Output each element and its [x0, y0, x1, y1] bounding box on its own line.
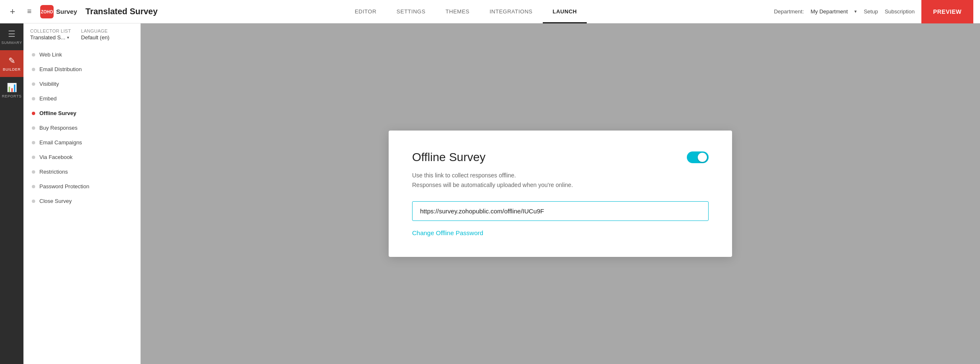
department-arrow-icon: ▾ [854, 9, 857, 14]
reports-icon: 📊 [7, 82, 17, 92]
nav-dot-offline-survey [32, 112, 35, 115]
nav-item-offline-survey[interactable]: Offline Survey [23, 106, 140, 120]
preview-button[interactable]: PREVIEW [921, 0, 973, 23]
nav-dot-restrictions [32, 170, 35, 174]
toggle-knob [698, 153, 707, 162]
department-label: Department: [774, 8, 804, 15]
collector-list-section: Collector List Translated S... ▾ [30, 28, 71, 41]
nav-label-offline-survey: Offline Survey [39, 110, 76, 116]
nav-item-embed[interactable]: Embed [23, 91, 140, 106]
modal-description: Use this link to collect responses offli… [412, 171, 709, 190]
tab-themes[interactable]: THEMES [436, 0, 480, 23]
nav-dot-via-facebook [32, 156, 35, 159]
icon-sidebar: ☰ SUMMARY ✎ BUILDER 📊 REPORTS [0, 23, 23, 364]
nav-list: Web Link Email Distribution Visibility E… [23, 44, 140, 212]
content-area: Offline Survey Use this link to collect … [141, 23, 980, 364]
nav-dot-buy-responses [32, 126, 35, 130]
collector-list-text: Translated S... [30, 34, 65, 41]
modal-description-line1: Use this link to collect responses offli… [412, 171, 709, 180]
summary-icon: ☰ [8, 29, 15, 39]
nav-dot-email-distribution [32, 68, 35, 71]
language-value[interactable]: Default (en) [81, 34, 110, 41]
setup-link[interactable]: Setup [864, 8, 878, 15]
nav-label-buy-responses: Buy Responses [39, 125, 77, 131]
nav-label-email-distribution: Email Distribution [39, 66, 82, 72]
collector-list-label: Collector List [30, 28, 71, 33]
nav-label-web-link: Web Link [39, 51, 62, 58]
sidebar-item-reports[interactable]: 📊 REPORTS [0, 77, 23, 104]
nav-item-email-distribution[interactable]: Email Distribution [23, 62, 140, 77]
nav-label-visibility: Visibility [39, 81, 59, 87]
top-bar-right: Department: My Department ▾ Setup Subscr… [774, 0, 973, 23]
modal-overlay: Offline Survey Use this link to collect … [141, 23, 980, 364]
nav-item-visibility[interactable]: Visibility [23, 77, 140, 91]
tab-settings[interactable]: SETTINGS [387, 0, 436, 23]
tab-launch[interactable]: LAUNCH [543, 0, 587, 23]
nav-dot-visibility [32, 82, 35, 86]
language-text: Default (en) [81, 34, 110, 41]
left-nav-panel: Collector List Translated S... ▾ Languag… [23, 23, 141, 364]
survey-title: Translated Survey [85, 7, 157, 16]
collector-dropdown-icon: ▾ [67, 35, 69, 40]
change-offline-password-link[interactable]: Change Offline Password [412, 229, 483, 236]
nav-label-via-facebook: Via Facebook [39, 154, 72, 160]
nav-item-close-survey[interactable]: Close Survey [23, 194, 140, 208]
nav-item-password-protection[interactable]: Password Protection [23, 179, 140, 194]
logo-text: Survey [56, 8, 77, 15]
summary-label: SUMMARY [1, 41, 22, 45]
offline-survey-modal: Offline Survey Use this link to collect … [389, 131, 732, 257]
builder-label: BUILDER [3, 67, 21, 72]
nav-item-web-link[interactable]: Web Link [23, 47, 140, 62]
nav-item-email-campaigns[interactable]: Email Campaigns [23, 135, 140, 150]
top-bar-left: + ≡ ZOHO Survey Translated Survey [7, 5, 157, 18]
nav-label-close-survey: Close Survey [39, 198, 72, 204]
nav-item-buy-responses[interactable]: Buy Responses [23, 120, 140, 135]
top-nav: EDITOR SETTINGS THEMES INTEGRATIONS LAUN… [157, 0, 774, 23]
modal-title-row: Offline Survey [412, 151, 709, 164]
sidebar-item-summary[interactable]: ☰ SUMMARY [0, 23, 23, 50]
modal-description-line2: Responses will be automatically uploaded… [412, 180, 709, 190]
collector-header: Collector List Translated S... ▾ Languag… [23, 23, 140, 44]
sidebar-item-builder[interactable]: ✎ BUILDER [0, 50, 23, 77]
logo-area: ZOHO Survey [40, 5, 77, 18]
top-bar: + ≡ ZOHO Survey Translated Survey EDITOR… [0, 0, 980, 23]
tab-integrations[interactable]: INTEGRATIONS [480, 0, 543, 23]
nav-label-password-protection: Password Protection [39, 183, 89, 190]
nav-dot-email-campaigns [32, 141, 35, 144]
nav-item-via-facebook[interactable]: Via Facebook [23, 150, 140, 164]
nav-dot-close-survey [32, 200, 35, 203]
nav-label-embed: Embed [39, 95, 57, 102]
department-name[interactable]: My Department [811, 8, 848, 15]
add-button[interactable]: + [7, 6, 18, 18]
reports-label: REPORTS [2, 94, 22, 98]
nav-label-restrictions: Restrictions [39, 169, 68, 175]
subscription-link[interactable]: Subscription [885, 8, 915, 15]
logo-icon: ZOHO [40, 5, 54, 18]
nav-label-email-campaigns: Email Campaigns [39, 139, 82, 146]
collector-list-value[interactable]: Translated S... ▾ [30, 34, 71, 41]
main-layout: ☰ SUMMARY ✎ BUILDER 📊 REPORTS Collector … [0, 23, 980, 364]
language-label: Language [81, 28, 110, 33]
tab-editor[interactable]: EDITOR [345, 0, 387, 23]
svg-text:ZOHO: ZOHO [41, 10, 53, 14]
offline-survey-toggle[interactable] [687, 151, 709, 163]
modal-title: Offline Survey [412, 151, 485, 164]
nav-item-restrictions[interactable]: Restrictions [23, 164, 140, 179]
nav-dot-web-link [32, 53, 35, 56]
nav-dot-embed [32, 97, 35, 100]
builder-icon: ✎ [8, 56, 15, 66]
language-section: Language Default (en) [81, 28, 110, 41]
list-button[interactable]: ≡ [23, 6, 35, 18]
nav-dot-password-protection [32, 185, 35, 188]
offline-survey-url[interactable]: https://survey.zohopublic.com/offline/IU… [412, 201, 709, 221]
